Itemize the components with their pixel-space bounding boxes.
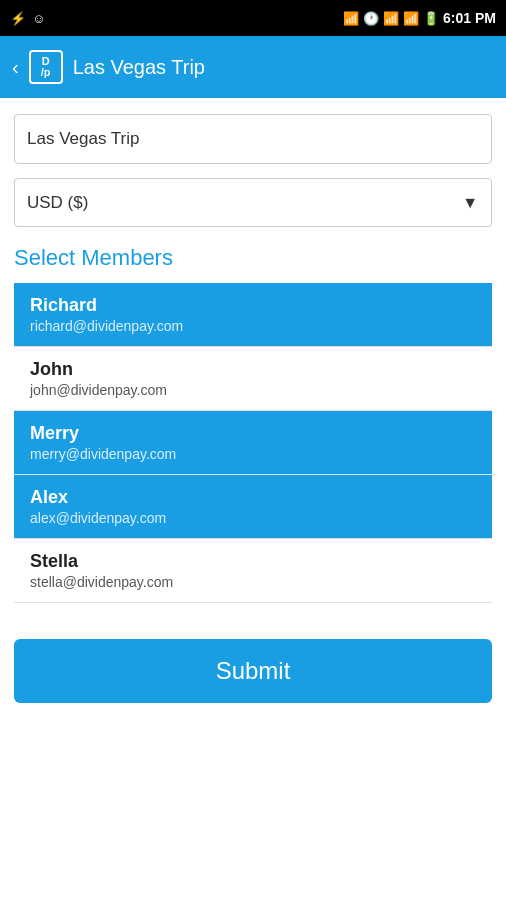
member-name-alex: Alex [30, 487, 476, 508]
member-item-stella[interactable]: Stella stella@dividenpay.com [14, 539, 492, 603]
app-logo-text: D /p [41, 56, 51, 78]
currency-select[interactable]: USD ($) EUR (€) GBP (£) JPY (¥) [14, 178, 492, 227]
member-item-merry[interactable]: Merry merry@dividenpay.com [14, 411, 492, 475]
member-item-richard[interactable]: Richard richard@dividenpay.com [14, 283, 492, 347]
submit-button[interactable]: Submit [14, 639, 492, 703]
usb-icon: ⚡ [10, 11, 26, 26]
member-item-alex[interactable]: Alex alex@dividenpay.com [14, 475, 492, 539]
status-bar-right: 📶 🕐 📶 📶 🔋 6:01 PM [343, 10, 496, 26]
member-email-john: john@dividenpay.com [30, 382, 476, 398]
currency-wrapper: USD ($) EUR (€) GBP (£) JPY (¥) ▼ [14, 178, 492, 227]
status-time: 6:01 PM [443, 10, 496, 26]
status-bar-left: ⚡ ☺ [10, 11, 45, 26]
member-email-merry: merry@dividenpay.com [30, 446, 476, 462]
member-name-richard: Richard [30, 295, 476, 316]
member-name-merry: Merry [30, 423, 476, 444]
main-content: USD ($) EUR (€) GBP (£) JPY (¥) ▼ Select… [0, 98, 506, 619]
clock-icon: 🕐 [363, 11, 379, 26]
members-list: Richard richard@dividenpay.com John john… [14, 283, 492, 603]
back-button[interactable]: ‹ [12, 56, 19, 79]
app-bar: ‹ D /p Las Vegas Trip [0, 36, 506, 98]
app-bar-title: Las Vegas Trip [73, 56, 205, 79]
sim-icon: 📶 [343, 11, 359, 26]
member-name-john: John [30, 359, 476, 380]
smiley-icon: ☺ [32, 11, 45, 26]
signal-icon: 📶 [403, 11, 419, 26]
trip-name-input[interactable] [14, 114, 492, 164]
battery-icon: 🔋 [423, 11, 439, 26]
member-name-stella: Stella [30, 551, 476, 572]
member-email-richard: richard@dividenpay.com [30, 318, 476, 334]
member-email-alex: alex@dividenpay.com [30, 510, 476, 526]
wifi-icon: 📶 [383, 11, 399, 26]
app-logo: D /p [29, 50, 63, 84]
status-bar: ⚡ ☺ 📶 🕐 📶 📶 🔋 6:01 PM [0, 0, 506, 36]
member-email-stella: stella@dividenpay.com [30, 574, 476, 590]
select-members-title: Select Members [14, 245, 492, 271]
member-item-john[interactable]: John john@dividenpay.com [14, 347, 492, 411]
